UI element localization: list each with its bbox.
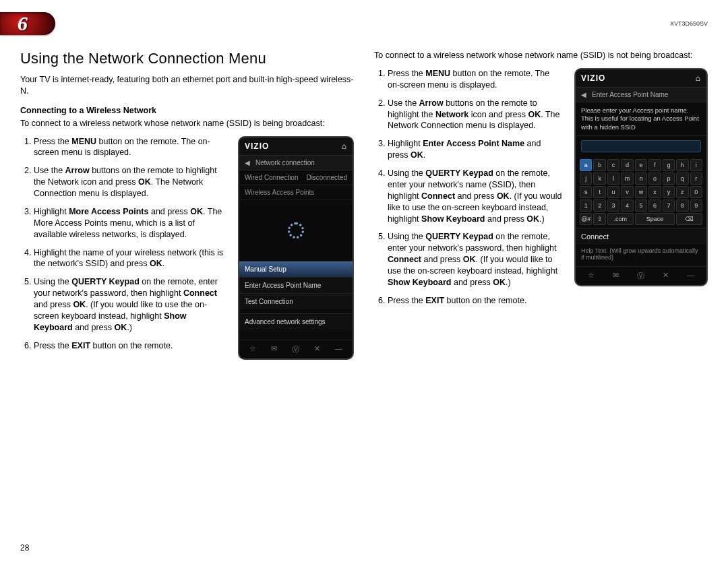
key: u	[607, 186, 619, 198]
section-title: Using the Network Connection Menu	[20, 50, 354, 67]
lead-text-right: To connect to a wireless network whose n…	[374, 50, 708, 61]
tv-footer-icons: ☆ ✉ Ⓥ ✕ —	[239, 340, 353, 358]
right-column: To connect to a wireless network whose n…	[374, 50, 708, 535]
dash-icon: —	[335, 344, 342, 354]
key: z	[676, 186, 688, 198]
tv-brand: VIZIO	[581, 73, 605, 83]
key: 5	[635, 199, 647, 212]
key: j	[580, 173, 592, 185]
step: Press the EXIT button on the remote.	[34, 340, 227, 352]
loading-spinner-icon	[288, 222, 304, 239]
star-icon: ☆	[588, 271, 595, 281]
keyboard-input	[581, 140, 701, 152]
key: f	[648, 159, 661, 171]
close-icon: ✕	[663, 271, 669, 281]
key: v	[621, 186, 633, 198]
step: Highlight Enter Access Point Name and pr…	[388, 138, 564, 161]
crumb-label: Enter Access Point Name	[592, 91, 668, 98]
key: b	[593, 159, 605, 171]
key: h	[676, 159, 688, 171]
home-icon: ⌂	[696, 73, 701, 83]
key: 1	[580, 199, 592, 212]
key: 2	[593, 199, 605, 212]
v-icon: Ⓥ	[637, 271, 644, 281]
model-number: XVT3D650SV	[670, 20, 708, 27]
mail-icon: ✉	[613, 271, 619, 281]
steps-list-left: Press the MENU button on the remote. The…	[20, 136, 227, 358]
menu-item: Advanced network settings	[239, 313, 353, 330]
key: s	[580, 186, 592, 198]
step: Press the MENU button on the remote. The…	[388, 68, 564, 91]
wired-status: Disconnected	[306, 174, 347, 181]
key-backspace: ⌫	[676, 213, 702, 225]
wap-label: Wireless Access Points	[245, 189, 314, 196]
back-icon: ◀	[245, 159, 250, 166]
chapter-number: 6	[18, 12, 28, 35]
key: a	[580, 159, 592, 171]
key: k	[593, 173, 605, 185]
lead-text: To connect to a wireless network whose n…	[20, 118, 354, 129]
tv-menu-screenshot: VIZIO ⌂ ◀ Network connection Wired Conne…	[238, 136, 354, 360]
key-space: Space	[635, 213, 675, 225]
key-shift: ⇧	[593, 213, 605, 225]
mail-icon: ✉	[271, 344, 277, 354]
key: n	[635, 173, 647, 185]
tv-brand: VIZIO	[245, 142, 269, 151]
step: Press the MENU button on the remote. The…	[34, 136, 227, 159]
key: i	[690, 159, 702, 171]
key: 0	[690, 186, 702, 198]
step: Using the QUERTY Keypad on the remote, e…	[388, 231, 564, 288]
home-icon: ⌂	[342, 142, 347, 151]
keyboard-grid: a b c d e f g h i j k l m n o p q	[576, 156, 706, 228]
step: Using the QUERTY Keypad on the remote, e…	[388, 168, 564, 224]
key: g	[663, 159, 675, 171]
key: y	[663, 186, 675, 198]
key: 9	[690, 199, 702, 212]
key: m	[621, 173, 633, 185]
subhead: Connecting to a Wireless Network	[20, 105, 354, 117]
left-column: Using the Network Connection Menu Your T…	[20, 50, 354, 535]
key: o	[648, 173, 661, 185]
help-text: Help Text. (Will grow upwards automatica…	[576, 245, 706, 266]
key: r	[690, 173, 702, 185]
step: Use the Arrow buttons on the remote to h…	[388, 98, 564, 132]
key: q	[676, 173, 688, 185]
back-icon: ◀	[581, 91, 586, 98]
keyboard-note: Please enter your Access point name. Thi…	[576, 102, 706, 136]
connect-label: Connect	[576, 228, 706, 245]
menu-item: Enter Access Point Name	[239, 277, 353, 293]
step: Highlight More Access Points and press O…	[34, 206, 227, 241]
key: p	[663, 173, 675, 185]
key: 8	[676, 199, 688, 212]
crumb-label: Network connection	[255, 159, 315, 166]
key: 7	[663, 199, 675, 212]
step: Press the EXIT button on the remote.	[388, 295, 564, 307]
key-dotcom: .com	[607, 213, 634, 225]
chapter-badge: 6	[0, 12, 55, 35]
intro-text: Your TV is internet-ready, featuring bot…	[20, 74, 354, 97]
page-number: 28	[20, 543, 29, 553]
key: 3	[607, 199, 619, 212]
key: d	[621, 159, 633, 171]
v-icon: Ⓥ	[292, 344, 299, 354]
key: w	[635, 186, 647, 198]
step: Use the Arrow buttons on the remote to h…	[34, 165, 227, 199]
menu-item: Manual Setup	[239, 261, 353, 277]
menu-item: Test Connection	[239, 293, 353, 309]
wired-label: Wired Connection	[245, 174, 298, 181]
dash-icon: —	[687, 271, 694, 281]
key: x	[648, 186, 661, 198]
key: 6	[648, 199, 661, 212]
key-symbols: @#	[580, 213, 592, 225]
steps-list-right: Press the MENU button on the remote. The…	[374, 68, 564, 313]
tv-keyboard-screenshot: VIZIO ⌂ ◀ Enter Access Point Name Please…	[574, 68, 708, 286]
close-icon: ✕	[314, 344, 320, 354]
key: l	[607, 173, 619, 185]
step: Highlight the name of your wireless netw…	[34, 247, 227, 270]
step: Using the QUERTY Keypad on the remote, e…	[34, 276, 227, 333]
tv-footer-icons: ☆ ✉ Ⓥ ✕ —	[576, 266, 706, 285]
key: c	[607, 159, 619, 171]
key: t	[593, 186, 605, 198]
star-icon: ☆	[249, 344, 256, 354]
key: e	[635, 159, 647, 171]
